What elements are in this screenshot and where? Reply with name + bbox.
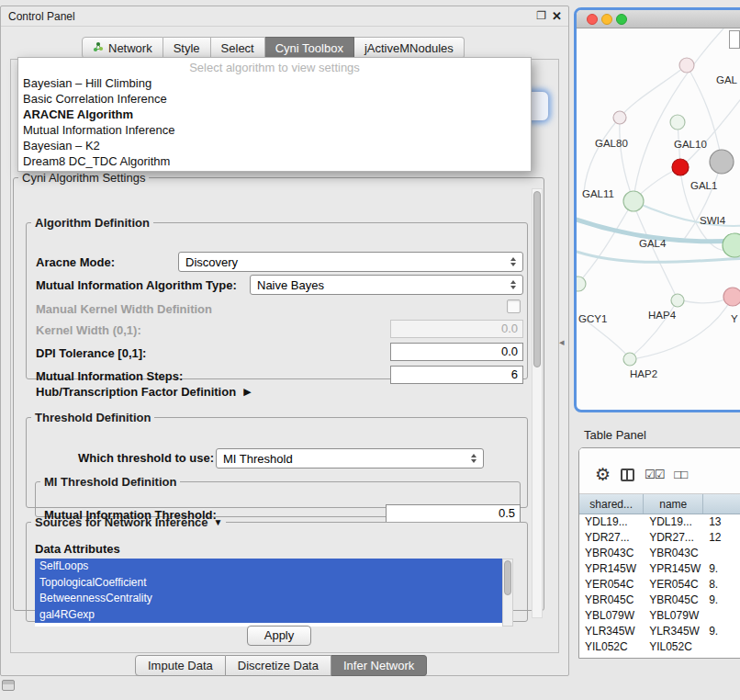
table-row[interactable]: YER054CYER054C8. — [579, 577, 740, 593]
table-cell: YLR345W — [644, 624, 703, 639]
tab-discretize-data[interactable]: Discretize Data — [226, 655, 331, 676]
which-threshold-select[interactable]: MI Threshold — [216, 448, 484, 469]
cyni-algorithm-settings-group: Cyni Algorithm Settings Algorithm Defini… — [13, 171, 544, 611]
network-node[interactable] — [710, 150, 734, 174]
collapse-arrow-icon[interactable]: ▼ — [214, 517, 223, 527]
expand-arrow-icon[interactable]: ▶ — [243, 386, 251, 398]
apply-button[interactable]: Apply — [247, 626, 311, 646]
columns-icon[interactable] — [621, 469, 634, 481]
close-traffic-light[interactable] — [587, 14, 598, 25]
minimize-traffic-light[interactable] — [601, 14, 612, 25]
table-cell: YER054C — [579, 577, 644, 593]
table-cell: 12 — [703, 530, 740, 546]
scrollbar-thumb[interactable] — [533, 191, 541, 367]
node-label: SWI4 — [700, 215, 726, 226]
attribute-item[interactable]: SelfLoops — [35, 559, 502, 575]
collapsed-window-icon[interactable] — [2, 680, 15, 691]
table-row[interactable]: YBR045CYBR045C9. — [579, 593, 740, 608]
tab-select[interactable]: Select — [211, 37, 265, 59]
hub-definition-label: Hub/Transcription Factor Definition — [36, 385, 236, 399]
network-scrollbar-box[interactable] — [729, 30, 740, 49]
attribute-item[interactable]: gal4RGexp — [35, 607, 502, 624]
dpi-tolerance-field[interactable]: 0.0 — [390, 343, 523, 361]
network-node[interactable] — [623, 353, 636, 366]
table-cell: YBR043C — [579, 546, 644, 561]
network-node[interactable] — [679, 58, 694, 73]
settings-scrollbar[interactable] — [532, 188, 543, 618]
network-view-window: GALGAL80GAL10GAL11GAL1SWI4GAL4GCY1HAP4HA… — [574, 7, 740, 412]
table-body: YDL19...YDL19...13YDR27...YDR27...12YBR0… — [579, 514, 740, 658]
tab-cyni-toolbox[interactable]: Cyni Toolbox — [265, 37, 354, 59]
algorithm-option[interactable]: Basic Correlation Inference — [18, 91, 531, 107]
tab-infer-network[interactable]: Infer Network — [331, 655, 427, 676]
select-all-checkboxes-icon[interactable]: ☑☑ — [645, 468, 664, 481]
network-node[interactable] — [670, 115, 685, 130]
table-row[interactable]: YPR145WYPR145W9. — [579, 561, 740, 577]
algorithm-option[interactable]: Bayesian – Hill Climbing — [18, 75, 531, 91]
tab-jactivemnodules[interactable]: jActiveMNodules — [354, 37, 465, 59]
table-row[interactable]: YLR345WYLR345W9. — [579, 624, 740, 639]
table-row[interactable]: YDR27...YDR27...12 — [579, 530, 740, 546]
table-row[interactable]: YIL052CYIL052C — [579, 639, 740, 655]
table-cell — [703, 546, 740, 561]
network-canvas[interactable]: GALGAL80GAL10GAL11GAL1SWI4GAL4GCY1HAP4HA… — [577, 28, 740, 410]
threshold-definition-group: Threshold Definition Which threshold to … — [26, 411, 528, 508]
node-label: GAL11 — [582, 188, 614, 199]
float-window-icon[interactable]: ❐ — [536, 9, 546, 22]
zoom-traffic-light[interactable] — [616, 14, 627, 25]
attribute-list[interactable]: SelfLoopsTopologicalCoefficientBetweenne… — [35, 559, 502, 627]
column-header[interactable]: name — [644, 494, 703, 514]
tab-network[interactable]: Network — [82, 37, 163, 59]
tab-label: Network — [108, 41, 152, 55]
group-title: Threshold Definition — [31, 411, 154, 424]
mi-threshold-group: MI Threshold Definition Mutual Informati… — [35, 475, 521, 517]
control-panel-title: Control Panel — [8, 10, 75, 23]
network-node[interactable] — [672, 159, 689, 175]
network-edge — [685, 163, 722, 238]
table-row[interactable]: YBL079WYBL079W — [579, 608, 740, 624]
column-header[interactable]: shared... — [579, 494, 644, 514]
table-panel-window: ⚙ ☑☑ □□ shared...name YDL19...YDL19...13… — [578, 447, 740, 659]
manual-kernel-checkbox[interactable] — [507, 299, 521, 313]
attribute-item[interactable]: BetweennessCentrality — [35, 591, 502, 607]
close-icon[interactable]: ✕ — [552, 9, 562, 23]
network-edge — [632, 297, 733, 359]
mi-steps-label: Mutual Information Steps: — [36, 369, 183, 383]
network-node[interactable] — [723, 288, 740, 306]
network-edge — [635, 209, 678, 299]
tab-style[interactable]: Style — [163, 37, 211, 59]
gear-icon[interactable]: ⚙ — [595, 466, 611, 483]
table-toolbar: ⚙ ☑☑ □□ — [579, 448, 740, 494]
data-attributes-label: Data Attributes — [35, 542, 120, 556]
tab-impute-data[interactable]: Impute Data — [135, 655, 226, 676]
control-panel-titlebar: Control Panel ❐ ✕ — [1, 6, 568, 27]
mi-algorithm-type-select[interactable]: Naive Bayes — [250, 275, 523, 295]
algorithm-option[interactable]: ARACNE Algorithm — [18, 107, 531, 122]
tab-label: Cyni Toolbox — [275, 41, 343, 55]
network-edge — [584, 118, 620, 192]
algorithm-option[interactable]: Bayesian – K2 — [18, 138, 531, 153]
attribute-list-scrollbar[interactable] — [502, 559, 513, 627]
splitter-collapse-icon[interactable]: ◂ — [559, 336, 565, 348]
tab-label: Style — [174, 41, 200, 55]
table-cell: YBL079W — [579, 608, 644, 624]
table-cell: YIL052C — [644, 639, 703, 655]
dpi-tolerance-label: DPI Tolerance [0,1]: — [36, 346, 146, 360]
network-node[interactable] — [671, 294, 684, 307]
hub-definition-section[interactable]: Hub/Transcription Factor Definition ▶ — [36, 385, 252, 399]
deselect-all-checkboxes-icon[interactable]: □□ — [674, 468, 687, 481]
network-node[interactable] — [723, 233, 740, 257]
algorithm-option[interactable]: Mutual Information Inference — [18, 122, 531, 138]
aracne-mode-select[interactable]: Discovery — [178, 252, 523, 272]
network-node[interactable] — [613, 111, 626, 124]
scrollbar-thumb[interactable] — [504, 560, 511, 595]
algorithm-option[interactable]: Dream8 DC_TDC Algorithm — [18, 153, 531, 169]
table-row[interactable]: YDL19...YDL19...13 — [579, 514, 740, 530]
node-label: Y — [731, 313, 738, 324]
attribute-item[interactable]: TopologicalCoefficient — [35, 575, 502, 592]
mi-steps-field[interactable]: 6 — [390, 366, 523, 384]
network-node[interactable] — [577, 277, 586, 291]
column-header[interactable] — [703, 494, 740, 514]
network-node[interactable] — [623, 191, 644, 211]
table-row[interactable]: YBR043CYBR043C — [579, 546, 740, 561]
